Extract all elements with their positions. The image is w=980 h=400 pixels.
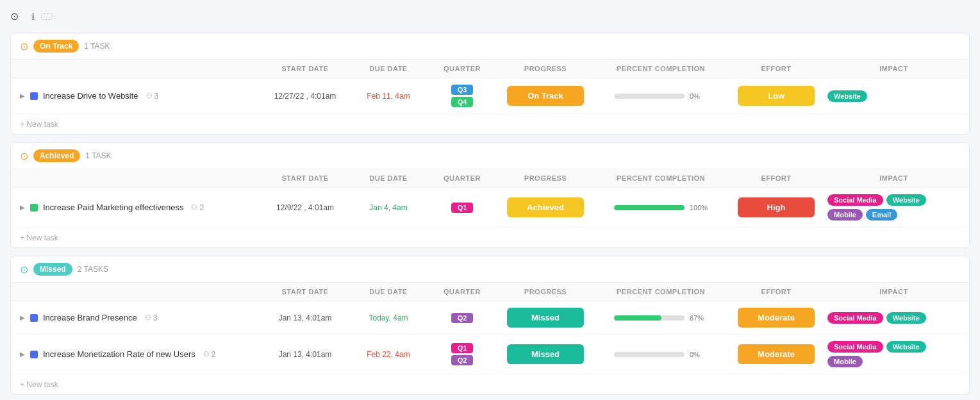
impact-tag-website: Website bbox=[827, 90, 867, 102]
quarter-cell: Q2 bbox=[430, 313, 494, 323]
impact-tag-social-media: Social Media bbox=[827, 341, 883, 353]
impact-cell: Social MediaWebsite bbox=[827, 312, 960, 324]
start-date-cell: 12/9/22 , 4:01am bbox=[263, 203, 347, 212]
progress-bar bbox=[614, 352, 685, 357]
task-name[interactable]: Increase Drive to Website bbox=[43, 91, 138, 101]
impact-tag-email: Email bbox=[866, 209, 897, 221]
col-header-percent-completion: PERCENT COMPLETION bbox=[597, 174, 725, 182]
col-header-due-date: DUE DATE bbox=[347, 174, 430, 182]
quarter-tag-q1: Q1 bbox=[451, 203, 474, 213]
section-missed: ⊙Missed2 TASKSSTART DATEDUE DATEQUARTERP… bbox=[10, 256, 970, 395]
expand-arrow[interactable]: ▶ bbox=[20, 92, 25, 99]
task-name[interactable]: Increase Brand Presence bbox=[43, 313, 137, 322]
impact-tag-mobile: Mobile bbox=[827, 209, 863, 221]
percent-text: 67% bbox=[690, 314, 708, 322]
info-icon[interactable]: ℹ bbox=[31, 12, 35, 22]
progress-badge: On Track bbox=[507, 86, 584, 106]
new-task-link[interactable]: + New task bbox=[20, 380, 58, 389]
start-date-cell: Jan 13, 4:01am bbox=[263, 313, 347, 322]
quarter-cell: Q1Q2 bbox=[430, 343, 494, 365]
chevron-icon-achieved[interactable]: ⊙ bbox=[20, 150, 28, 162]
percent-cell: 100% bbox=[597, 204, 725, 212]
percent-cell: 0% bbox=[597, 351, 725, 358]
impact-tag-website: Website bbox=[886, 312, 926, 324]
impact-cell: Website bbox=[827, 90, 960, 102]
due-date-cell: Today, 4am bbox=[347, 313, 430, 322]
subtask-icon: ⚇ bbox=[191, 203, 197, 212]
new-task-button[interactable] bbox=[41, 13, 53, 20]
effort-cell: Moderate bbox=[725, 308, 827, 328]
col-header-due-date: DUE DATE bbox=[347, 65, 430, 72]
col-header-effort: EFFORT bbox=[725, 174, 827, 182]
task-name-cell: ▶Increase Paid Marketing effectiveness⚇ … bbox=[20, 203, 263, 212]
task-count-achieved: 1 TASK bbox=[85, 151, 111, 160]
subtask-icon: ⚇ bbox=[146, 92, 153, 100]
task-status-icon bbox=[30, 204, 38, 212]
task-name[interactable]: Increase Paid Marketing effectiveness bbox=[43, 203, 183, 212]
collapse-icon[interactable]: ⊙ bbox=[10, 10, 19, 22]
col-headers-achieved: START DATEDUE DATEQUARTERPROGRESSPERCENT… bbox=[11, 169, 969, 188]
col-header-impact: IMPACT bbox=[827, 174, 960, 182]
expand-arrow[interactable]: ▶ bbox=[20, 314, 25, 321]
new-task-row: + New task bbox=[11, 114, 969, 134]
progress-badge: Achieved bbox=[507, 197, 584, 217]
expand-arrow[interactable]: ▶ bbox=[20, 204, 25, 211]
percent-cell: 0% bbox=[597, 92, 725, 100]
task-row-ontrack-0: ▶Increase Drive to Website⚇ 312/27/22 , … bbox=[11, 78, 969, 114]
col-header-percent-completion: PERCENT COMPLETION bbox=[597, 65, 725, 72]
col-header-quarter: QUARTER bbox=[430, 174, 494, 182]
impact-tag-social-media: Social Media bbox=[827, 312, 883, 324]
col-header-percent-completion: PERCENT COMPLETION bbox=[597, 288, 725, 296]
new-task-row: + New task bbox=[11, 374, 969, 394]
impact-tag-social-media: Social Media bbox=[827, 194, 883, 206]
task-name[interactable]: Increase Monetization Rate of new Users bbox=[43, 349, 195, 359]
due-date-cell: Jan 4, 4am bbox=[347, 203, 430, 212]
task-count-ontrack: 1 TASK bbox=[84, 42, 110, 51]
task-name-cell: ▶Increase Brand Presence⚇ 3 bbox=[20, 313, 263, 322]
effort-cell: Low bbox=[725, 86, 827, 106]
task-name-cell: ▶Increase Monetization Rate of new Users… bbox=[20, 349, 263, 359]
new-task-link[interactable]: + New task bbox=[20, 120, 58, 129]
progress-bar-fill bbox=[614, 315, 661, 321]
col-header-progress: PROGRESS bbox=[494, 65, 597, 72]
col-header-progress: PROGRESS bbox=[494, 288, 597, 296]
due-date-cell: Feb 11, 4am bbox=[347, 92, 430, 101]
task-status-icon bbox=[30, 92, 38, 100]
chevron-icon-ontrack[interactable]: ⊙ bbox=[20, 40, 28, 53]
progress-badge: Missed bbox=[507, 308, 584, 328]
chevron-icon-missed[interactable]: ⊙ bbox=[20, 263, 28, 276]
effort-badge: Moderate bbox=[738, 344, 815, 364]
subtask-icon: ⚇ bbox=[145, 313, 151, 322]
progress-cell: On Track bbox=[494, 86, 597, 106]
task-status-icon bbox=[30, 351, 38, 358]
start-date-cell: Jan 13, 4:01am bbox=[263, 350, 347, 359]
expand-arrow[interactable]: ▶ bbox=[20, 351, 25, 358]
percent-cell: 67% bbox=[597, 314, 725, 322]
task-status-icon bbox=[30, 314, 38, 322]
impact-tag-website: Website bbox=[886, 194, 926, 206]
col-header-task bbox=[20, 288, 263, 296]
col-header-impact: IMPACT bbox=[827, 288, 960, 296]
task-row-achieved-0: ▶Increase Paid Marketing effectiveness⚇ … bbox=[11, 188, 969, 228]
quarter-cell: Q3Q4 bbox=[430, 85, 494, 107]
new-task-link[interactable]: + New task bbox=[20, 233, 58, 242]
subtask-icon: ⚇ bbox=[203, 350, 210, 358]
col-header-quarter: QUARTER bbox=[430, 288, 494, 296]
status-badge-achieved: Achieved bbox=[33, 149, 80, 162]
marketing-plan-page: ⊙ ℹ ⊙On Track1 TASKSTART DATEDUE DATEQUA… bbox=[0, 0, 980, 400]
col-header-progress: PROGRESS bbox=[494, 174, 597, 182]
quarter-tag-q4: Q4 bbox=[451, 97, 474, 107]
subtask-count: ⚇ 2 bbox=[191, 203, 204, 212]
col-header-effort: EFFORT bbox=[725, 288, 827, 296]
new-task-row: + New task bbox=[11, 228, 969, 247]
progress-cell: Missed bbox=[494, 308, 597, 328]
percent-text: 100% bbox=[690, 204, 708, 212]
quarter-tag-q2: Q2 bbox=[451, 313, 474, 323]
impact-tag-mobile: Mobile bbox=[827, 356, 863, 367]
task-row-missed-1: ▶Increase Monetization Rate of new Users… bbox=[11, 335, 969, 374]
task-name-cell: ▶Increase Drive to Website⚇ 3 bbox=[20, 91, 263, 101]
due-date-cell: Feb 22, 4am bbox=[347, 350, 430, 359]
impact-tag-website: Website bbox=[886, 341, 926, 353]
impact-cell: Social MediaWebsiteMobileEmail bbox=[827, 194, 960, 221]
progress-bar-fill bbox=[614, 205, 685, 210]
